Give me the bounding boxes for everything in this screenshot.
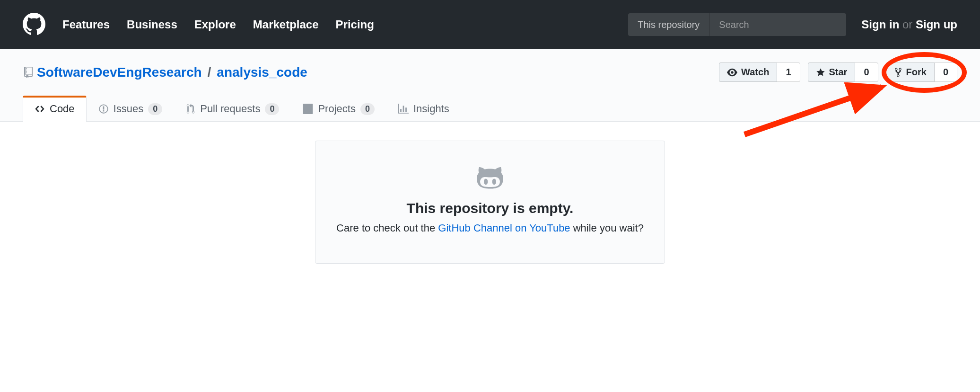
star-group: Star 0 [808, 62, 878, 82]
fork-label: Fork [906, 67, 927, 78]
git-pull-request-icon [186, 104, 195, 114]
fork-count[interactable]: 0 [935, 62, 957, 82]
sign-in-link[interactable]: Sign in [861, 18, 899, 31]
tab-pulls-count: 0 [265, 103, 279, 115]
tab-insights[interactable]: Insights [386, 96, 461, 122]
search-scope-label[interactable]: This repository [628, 13, 709, 36]
star-button[interactable]: Star [808, 62, 856, 82]
nav-business[interactable]: Business [127, 18, 177, 31]
repo-forked-icon [894, 67, 902, 78]
blankslate: This repository is empty. Care to check … [315, 141, 665, 264]
mark-github-icon [23, 13, 45, 36]
star-label: Star [829, 67, 848, 78]
star-count[interactable]: 0 [855, 62, 878, 82]
tab-issues-count: 0 [148, 103, 162, 115]
tab-issues[interactable]: Issues 0 [87, 96, 175, 122]
nav-explore[interactable]: Explore [194, 18, 236, 31]
repo-content: This repository is empty. Care to check … [0, 122, 980, 283]
repo-title: SoftwareDevEngResearch / analysis_code [23, 65, 307, 80]
pagehead-actions: Watch 1 Star 0 Fork 0 [719, 62, 957, 82]
watch-label: Watch [741, 67, 769, 78]
octoface-icon [477, 164, 503, 190]
project-icon [303, 104, 313, 114]
blankslate-pre: Care to check out the [336, 222, 438, 234]
search-input[interactable] [709, 13, 846, 36]
tab-insights-label: Insights [413, 103, 449, 115]
eye-icon [727, 67, 737, 78]
nav-marketplace[interactable]: Marketplace [253, 18, 319, 31]
graph-icon [398, 104, 409, 114]
repo-icon [23, 67, 34, 78]
tab-code-label: Code [50, 103, 75, 115]
repo-nav: Code Issues 0 Pull requests 0 Projects 0… [23, 95, 957, 121]
sign-up-link[interactable]: Sign up [916, 18, 957, 31]
blankslate-heading: This repository is empty. [334, 200, 646, 216]
fork-button[interactable]: Fork [886, 62, 935, 82]
watch-button[interactable]: Watch [719, 62, 777, 82]
fork-group: Fork 0 [886, 62, 957, 82]
blankslate-text: Care to check out the GitHub Channel on … [334, 220, 646, 236]
repo-owner-link[interactable]: SoftwareDevEngResearch [37, 65, 202, 80]
youtube-channel-link[interactable]: GitHub Channel on YouTube [438, 222, 570, 234]
star-icon [816, 68, 825, 77]
watch-group: Watch 1 [719, 62, 800, 82]
nav-features[interactable]: Features [62, 18, 110, 31]
code-icon [35, 104, 45, 114]
tab-pulls[interactable]: Pull requests 0 [174, 96, 291, 122]
repo-name-link[interactable]: analysis_code [217, 65, 307, 80]
github-logo[interactable] [23, 13, 45, 37]
repo-slash: / [205, 65, 214, 80]
blankslate-post: while you wait? [570, 222, 644, 234]
issue-opened-icon [98, 104, 109, 114]
or-text: or [902, 18, 912, 31]
tab-projects[interactable]: Projects 0 [291, 96, 386, 122]
watch-count[interactable]: 1 [777, 62, 800, 82]
nav-pricing[interactable]: Pricing [336, 18, 374, 31]
search-form: This repository [628, 13, 846, 36]
tab-issues-label: Issues [114, 103, 144, 115]
tab-projects-count: 0 [360, 103, 375, 115]
tab-pulls-label: Pull requests [200, 103, 260, 115]
auth-links: Sign in or Sign up [861, 18, 957, 31]
repohead: SoftwareDevEngResearch / analysis_code W… [0, 49, 980, 122]
global-header: Features Business Explore Marketplace Pr… [0, 0, 980, 49]
tab-projects-label: Projects [318, 103, 355, 115]
primary-nav: Features Business Explore Marketplace Pr… [62, 18, 628, 31]
tab-code[interactable]: Code [23, 96, 87, 122]
